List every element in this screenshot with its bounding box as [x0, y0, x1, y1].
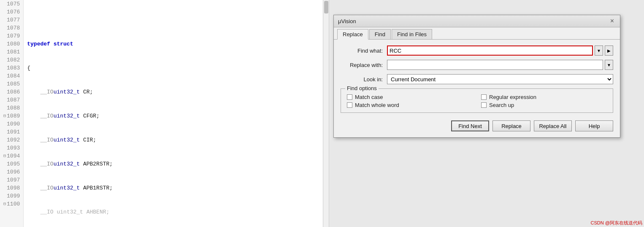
- dialog-title: μVision: [338, 18, 356, 24]
- dialog-titlebar[interactable]: μVision ×: [334, 15, 620, 27]
- find-what-input-wrap: ▼ ▶: [387, 45, 613, 56]
- find-what-dropdown[interactable]: ▼: [595, 45, 603, 56]
- code-lines: typedef struct { __IO uint32_t CR; __IO …: [24, 0, 323, 227]
- find-next-button[interactable]: Find Next: [451, 120, 489, 131]
- find-options-legend: Find options: [345, 85, 379, 91]
- option-match-case[interactable]: Match case: [347, 94, 473, 100]
- find-what-action[interactable]: ▶: [605, 45, 613, 56]
- search-up-label: Search up: [489, 102, 514, 108]
- line-numbers: 1075 1076 1077 1078 1079 1080 1081 1082 …: [0, 0, 24, 227]
- find-replace-dialog: μVision × Replace Find Find in Files Fin…: [333, 15, 620, 138]
- find-options-group: Find options Match case Regular expressi…: [341, 88, 613, 113]
- look-in-label: Look in:: [341, 76, 387, 83]
- close-button[interactable]: ×: [609, 18, 616, 24]
- find-what-row: Find what: ▼ ▶: [341, 45, 613, 56]
- match-whole-word-label: Match whole word: [355, 102, 399, 108]
- tab-replace[interactable]: Replace: [337, 29, 368, 40]
- look-in-select[interactable]: Current Document All Open Documents: [387, 74, 613, 84]
- dialog-area: μVision × Replace Find Find in Files Fin…: [329, 0, 644, 227]
- replace-all-button[interactable]: Replace All: [534, 120, 572, 131]
- look-in-input-wrap: Current Document All Open Documents: [387, 74, 613, 84]
- scrollbar-thumb[interactable]: [324, 1, 328, 13]
- replace-with-label: Replace with:: [341, 62, 387, 68]
- replace-with-row: Replace with: ▼: [341, 60, 613, 70]
- search-up-checkbox[interactable]: [481, 102, 487, 108]
- look-in-row: Look in: Current Document All Open Docum…: [341, 74, 613, 84]
- tab-find-in-files[interactable]: Find in Files: [392, 29, 432, 39]
- dialog-body: Find what: ▼ ▶ Replace with: ▼ Look in:: [334, 40, 620, 137]
- tab-find[interactable]: Find: [369, 29, 391, 39]
- dialog-tabs: Replace Find Find in Files: [334, 27, 620, 40]
- code-editor: 1075 1076 1077 1078 1079 1080 1081 1082 …: [0, 0, 329, 227]
- match-case-checkbox[interactable]: [347, 94, 352, 100]
- replace-with-input[interactable]: [387, 60, 603, 70]
- regular-expression-checkbox[interactable]: [481, 94, 487, 100]
- option-match-whole-word[interactable]: Match whole word: [347, 102, 473, 108]
- regular-expression-label: Regular expression: [489, 94, 536, 100]
- match-case-label: Match case: [355, 94, 383, 100]
- options-grid: Match case Regular expression Match whol…: [347, 94, 607, 108]
- find-what-label: Find what:: [341, 48, 387, 54]
- help-button[interactable]: Help: [575, 120, 613, 131]
- option-regular-expression[interactable]: Regular expression: [481, 94, 607, 100]
- replace-button[interactable]: Replace: [492, 120, 530, 131]
- scrollbar[interactable]: [323, 0, 329, 227]
- match-whole-word-checkbox[interactable]: [347, 102, 352, 108]
- replace-with-input-wrap: ▼: [387, 60, 613, 70]
- find-what-input[interactable]: [387, 45, 593, 56]
- option-search-up[interactable]: Search up: [481, 102, 607, 108]
- watermark: CSDN @阿东在线送代码: [591, 220, 642, 226]
- replace-with-dropdown[interactable]: ▼: [605, 60, 613, 70]
- dialog-buttons: Find Next Replace Replace All Help: [341, 119, 613, 133]
